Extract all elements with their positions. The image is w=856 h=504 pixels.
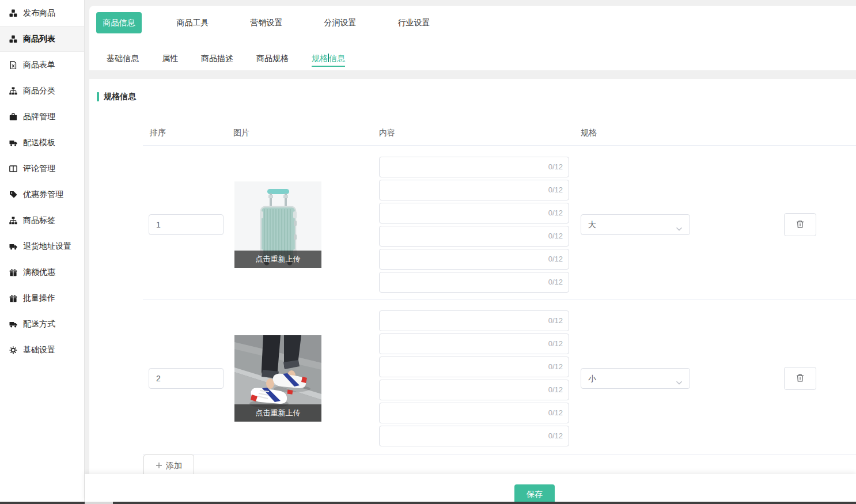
tag-icon [9, 191, 17, 199]
spec-select-value: 大 [588, 215, 596, 234]
spec-select[interactable]: 大 [581, 214, 690, 235]
char-counter: 0/12 [548, 426, 563, 446]
sidebar-item-label: 商品列表 [23, 34, 55, 44]
footer-bar: 保存 [85, 474, 856, 502]
content-input[interactable] [380, 311, 535, 331]
content-input[interactable] [380, 403, 535, 423]
sidebar-item-label: 品牌管理 [23, 112, 55, 122]
content-input-wrapper: 0/12 [379, 403, 569, 423]
sidebar-item-label: 批量操作 [23, 293, 55, 304]
content-input[interactable] [380, 334, 535, 354]
tab-industry-settings[interactable]: 行业设置 [391, 12, 437, 33]
sidebar-item-shipping-method[interactable]: 配送方式 [0, 311, 84, 337]
section-title: 规格信息 [104, 92, 136, 102]
table-row: 点击重新上传 0/12 0/12 0/12 [143, 300, 856, 455]
sidebar-item-label: 配送模板 [23, 138, 55, 148]
sidebar-item-batch-operations[interactable]: 批量操作 [0, 285, 84, 311]
col-header-content: 内容 [379, 119, 395, 146]
product-image-upload[interactable]: 点击重新上传 [234, 335, 321, 422]
content-input[interactable] [380, 357, 535, 377]
content-input-wrapper: 0/12 [379, 203, 569, 223]
sidebar: 发布商品 商品列表 商品表单 商品分类 品牌管理 配送模板 评论管理 优惠券管 [0, 0, 85, 502]
tab-product-tools[interactable]: 商品工具 [170, 12, 215, 33]
spec-select-value: 小 [588, 369, 596, 388]
reupload-overlay: 点击重新上传 [234, 404, 321, 422]
sidebar-item-coupon-management[interactable]: 优惠券管理 [0, 181, 84, 207]
content-input-wrapper: 0/12 [379, 272, 569, 293]
sidebar-item-basic-settings[interactable]: 基础设置 [0, 337, 84, 363]
content-input[interactable] [380, 157, 535, 177]
sidebar-item-product-tags[interactable]: 商品标签 [0, 207, 84, 233]
content-input-wrapper: 0/12 [379, 157, 569, 177]
tab-product-info[interactable]: 商品信息 [96, 12, 142, 33]
sidebar-item-label: 优惠券管理 [23, 190, 63, 200]
truck-icon [9, 320, 17, 328]
sort-input[interactable] [149, 369, 223, 388]
sidebar-item-label: 发布商品 [23, 8, 55, 18]
content-input-wrapper: 0/12 [379, 249, 569, 270]
plus-icon [156, 461, 162, 471]
content-input[interactable] [380, 203, 535, 223]
char-counter: 0/12 [548, 180, 563, 200]
sort-input[interactable] [149, 215, 223, 234]
secondary-tabs: 基础信息 属性 商品描述 商品规格 规格信息 [107, 47, 345, 67]
briefcase-icon [9, 113, 17, 121]
gift-icon [9, 294, 17, 302]
gift-icon [9, 268, 17, 276]
sidebar-item-label: 基础设置 [23, 345, 55, 355]
sidebar-item-review-management[interactable]: 评论管理 [0, 156, 84, 181]
product-image-upload[interactable]: 点击重新上传 [234, 181, 321, 268]
content-input-wrapper: 0/12 [379, 357, 569, 377]
content-input[interactable] [380, 426, 535, 446]
trash-icon [796, 373, 805, 384]
gear-icon [9, 346, 17, 354]
chevron-down-icon [676, 377, 683, 386]
sidebar-item-label: 评论管理 [23, 164, 55, 174]
tab-profit-settings[interactable]: 分润设置 [317, 12, 363, 33]
delete-row-button[interactable] [784, 213, 816, 236]
content-input[interactable] [380, 272, 535, 292]
sidebar-item-product-list[interactable]: 商品列表 [0, 26, 84, 52]
table-header-row: 排序 图片 内容 规格 [143, 119, 856, 146]
tab-marketing-settings[interactable]: 营销设置 [244, 12, 289, 33]
sidebar-item-label: 退货地址设置 [23, 241, 71, 252]
content-input[interactable] [380, 249, 535, 269]
sidebar-item-label: 商品表单 [23, 60, 55, 70]
trash-icon [796, 219, 805, 230]
sidebar-item-full-amount-discount[interactable]: 满额优惠 [0, 259, 84, 285]
sidebar-item-label: 商品分类 [23, 86, 55, 96]
cubes-icon [9, 9, 17, 17]
spec-select[interactable]: 小 [581, 368, 690, 389]
content-input[interactable] [380, 180, 535, 200]
col-header-image: 图片 [233, 119, 249, 146]
subtab-attributes[interactable]: 属性 [162, 47, 178, 67]
truck-icon [9, 139, 17, 147]
sidebar-item-return-address-settings[interactable]: 退货地址设置 [0, 233, 84, 259]
subtab-product-spec[interactable]: 商品规格 [256, 47, 289, 67]
sidebar-item-product-form[interactable]: 商品表单 [0, 52, 84, 78]
truck-icon [9, 242, 17, 251]
sidebar-item-product-category[interactable]: 商品分类 [0, 78, 84, 104]
delete-row-button[interactable] [784, 367, 816, 390]
table-row: 点击重新上传 0/12 0/12 0/12 [143, 146, 856, 300]
add-row-label: 添加 [166, 461, 182, 471]
content-input[interactable] [380, 380, 535, 400]
char-counter: 0/12 [548, 226, 563, 246]
section-accent-bar [97, 92, 99, 101]
primary-tabs: 商品信息 商品工具 营销设置 分润设置 行业设置 [96, 12, 437, 33]
sidebar-item-brand-management[interactable]: 品牌管理 [0, 104, 84, 130]
section-header: 规格信息 [97, 92, 136, 102]
sidebar-item-shipping-template[interactable]: 配送模板 [0, 130, 84, 156]
content-input[interactable] [380, 226, 535, 246]
char-counter: 0/12 [548, 403, 563, 423]
reupload-overlay: 点击重新上传 [234, 251, 321, 268]
subtab-product-description[interactable]: 商品描述 [201, 47, 233, 67]
char-counter: 0/12 [548, 203, 563, 223]
save-button[interactable]: 保存 [514, 484, 555, 504]
horizontal-scrollbar-thumb[interactable] [85, 502, 113, 504]
subtab-basic-info[interactable]: 基础信息 [107, 47, 139, 67]
char-counter: 0/12 [548, 311, 563, 331]
sidebar-item-publish-product[interactable]: 发布商品 [0, 0, 84, 26]
subtab-spec-info[interactable]: 规格信息 [312, 47, 345, 67]
sitemap-icon [9, 217, 17, 225]
